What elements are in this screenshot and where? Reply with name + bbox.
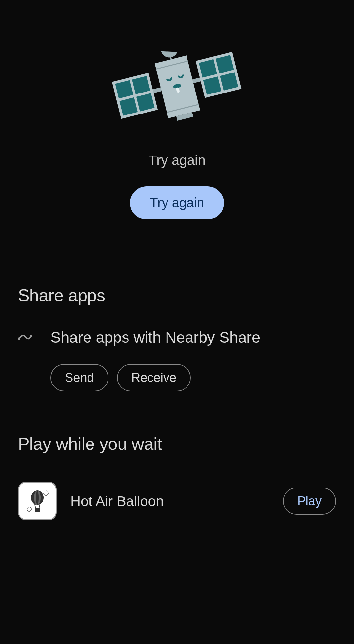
svg-point-19	[27, 507, 31, 511]
play-button[interactable]: Play	[283, 488, 336, 515]
nearby-share-row: Share apps with Nearby Share Send Receiv…	[18, 328, 336, 391]
svg-line-24	[35, 504, 36, 508]
satellite-illustration	[103, 33, 251, 138]
svg-point-20	[44, 491, 48, 495]
game-title: Hot Air Balloon	[70, 493, 269, 509]
play-while-wait-section: Play while you wait Hot Air Balloon Play	[0, 401, 354, 530]
share-section-title: Share apps	[18, 285, 336, 305]
svg-line-25	[39, 504, 40, 508]
share-apps-section: Share apps Share apps with Nearby Share …	[0, 256, 354, 401]
send-button[interactable]: Send	[50, 364, 108, 391]
share-button-row: Send Receive	[50, 364, 336, 391]
hot-air-balloon-icon	[18, 482, 57, 520]
svg-point-23	[36, 490, 39, 505]
receive-button[interactable]: Receive	[117, 364, 191, 391]
try-again-button[interactable]: Try again	[130, 186, 224, 219]
svg-rect-26	[35, 508, 40, 512]
nearby-share-text: Share apps with Nearby Share	[50, 328, 336, 346]
error-message: Try again	[148, 153, 206, 168]
play-section-title: Play while you wait	[18, 434, 336, 454]
game-row: Hot Air Balloon Play	[18, 482, 336, 520]
nearby-content: Share apps with Nearby Share Send Receiv…	[50, 328, 336, 391]
error-section: Try again Try again	[0, 0, 354, 252]
nearby-share-icon	[18, 332, 32, 343]
